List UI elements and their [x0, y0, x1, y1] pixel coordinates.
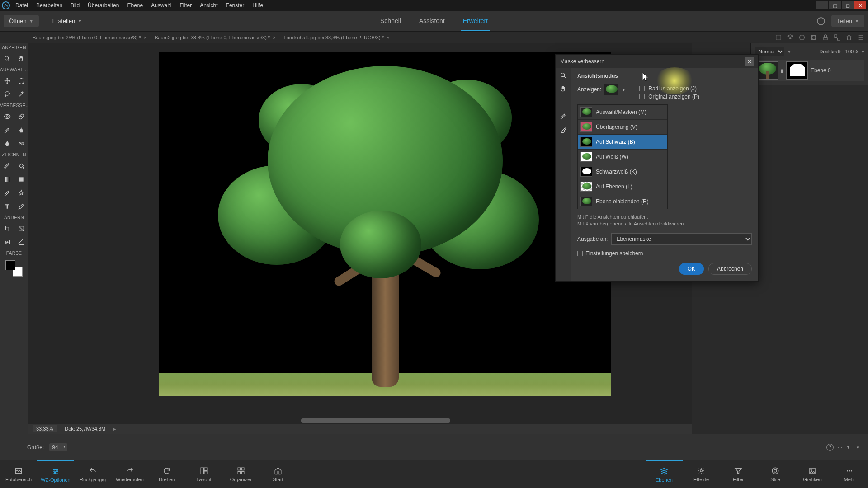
mode-expert[interactable]: Erweitert — [461, 12, 490, 31]
pencil-tool[interactable] — [14, 200, 28, 213]
undo-button[interactable]: Rückgängig — [74, 460, 111, 488]
adjustment-layer-icon[interactable] — [798, 34, 806, 41]
type-tool[interactable] — [0, 200, 14, 213]
redeye-tool[interactable] — [0, 110, 14, 123]
close-icon[interactable]: × — [273, 35, 275, 40]
menu-select[interactable]: Auswahl — [151, 2, 171, 9]
create-button[interactable]: Erstellen▼ — [47, 15, 88, 27]
theme-toggle-icon[interactable] — [817, 17, 825, 25]
effects-panel-button[interactable]: Effekte — [683, 460, 720, 488]
zoom-tool-icon[interactable] — [560, 72, 567, 79]
graphics-panel-button[interactable]: Grafiken — [794, 460, 831, 488]
horizontal-scrollbar[interactable] — [164, 418, 556, 424]
window-minimize-button[interactable]: — — [816, 1, 828, 9]
erase-refinements-tool-icon[interactable] — [560, 126, 567, 133]
layer-thumbnail[interactable] — [756, 61, 778, 80]
layer-row[interactable]: ▮ Ebene 0 — [755, 60, 864, 81]
sponge-tool[interactable] — [14, 137, 28, 150]
view-option-reveal-layer[interactable]: Ebene einblenden (R) — [578, 194, 667, 209]
move-tool[interactable] — [0, 74, 14, 88]
dialog-titlebar[interactable]: Maske verbessern ✕ — [556, 55, 758, 68]
close-icon[interactable]: × — [387, 35, 389, 40]
content-aware-move-tool[interactable] — [0, 235, 14, 249]
mask-icon[interactable] — [810, 34, 817, 41]
zoom-level[interactable]: 33,33% — [33, 425, 57, 432]
panel-menu-icon[interactable] — [857, 34, 864, 41]
new-layer-icon[interactable] — [775, 34, 782, 41]
tool-options-button[interactable]: WZ-Optionen — [37, 460, 74, 488]
view-option-black-white[interactable]: Schwarzweiß (K) — [578, 164, 667, 179]
menu-filter[interactable]: Filter — [180, 2, 192, 9]
layout-button[interactable]: Layout — [185, 460, 222, 488]
hand-tool-icon[interactable] — [560, 85, 567, 93]
close-icon[interactable]: × — [144, 35, 146, 40]
photo-bin-button[interactable]: Fotobereich — [0, 460, 37, 488]
layer-mask-thumbnail[interactable] — [786, 61, 808, 80]
doc-tab[interactable]: Landschaft.jpg bei 33,3% (Ebene 2, RGB/8… — [280, 33, 393, 42]
mode-quick[interactable]: Schnell — [378, 12, 403, 31]
menu-image[interactable]: Bild — [71, 2, 80, 9]
menu-layer[interactable]: Ebene — [127, 2, 143, 9]
redo-button[interactable]: Wiederholen — [111, 460, 148, 488]
custom-shape-tool[interactable] — [14, 186, 28, 200]
blend-mode-select[interactable]: Normal — [755, 47, 784, 56]
view-option-on-layers[interactable]: Auf Ebenen (L) — [578, 179, 667, 194]
ok-button[interactable]: OK — [679, 263, 704, 275]
menu-help[interactable]: Hilfe — [252, 2, 263, 9]
menu-edit[interactable]: Bearbeiten — [36, 2, 62, 9]
view-option-overlay[interactable]: Überlagerung (V) — [578, 120, 667, 135]
window-restore-button[interactable]: ▢ — [829, 1, 841, 9]
smart-brush-tool[interactable] — [0, 123, 14, 137]
hand-tool[interactable] — [14, 52, 28, 66]
trash-icon[interactable] — [845, 34, 853, 41]
crop-tool[interactable] — [0, 222, 14, 235]
brush-tool[interactable] — [0, 159, 14, 173]
opacity-value[interactable]: 100% — [845, 49, 858, 54]
window-maximize-button[interactable]: ◻ — [842, 1, 854, 9]
dialog-close-button[interactable]: ✕ — [745, 57, 754, 66]
window-close-button[interactable]: ✕ — [854, 1, 866, 9]
organizer-button[interactable]: Organizer — [222, 460, 259, 488]
collapse-icon[interactable]: ▾ — [857, 445, 859, 450]
size-dropdown[interactable]: 94 — [49, 443, 67, 451]
recompose-tool[interactable] — [14, 222, 28, 235]
chevron-down-icon[interactable]: ▼ — [846, 445, 850, 450]
remember-settings-checkbox[interactable] — [577, 251, 583, 256]
filters-panel-button[interactable]: Filter — [720, 460, 757, 488]
layers-panel-button[interactable]: Ebenen — [646, 460, 683, 488]
lasso-tool[interactable] — [0, 88, 14, 101]
chevron-down-icon[interactable]: ▼ — [621, 87, 626, 92]
help-icon[interactable]: ? — [826, 444, 834, 451]
view-option-on-black[interactable]: Auf Schwarz (B) — [578, 135, 667, 150]
menu-enhance[interactable]: Überarbeiten — [88, 2, 119, 9]
cancel-button[interactable]: Abbrechen — [708, 263, 752, 275]
mode-guided[interactable]: Assistent — [417, 12, 447, 31]
lock-icon[interactable] — [822, 34, 829, 41]
show-original-checkbox[interactable] — [639, 94, 645, 99]
view-option-on-white[interactable]: Auf Weiß (W) — [578, 150, 667, 164]
scrollbar-thumb[interactable] — [301, 418, 450, 423]
clone-stamp-tool[interactable] — [14, 123, 28, 137]
open-button[interactable]: Öffnen▼ — [4, 15, 39, 27]
gradient-tool[interactable] — [0, 173, 14, 186]
color-swatches[interactable] — [5, 260, 23, 277]
view-option-marching-ants[interactable]: Auswahl/Masken (M) — [578, 105, 667, 120]
eyedropper-tool[interactable] — [0, 186, 14, 200]
doc-tab[interactable]: Baum.jpeg bei 25% (Ebene 0, Ebenenmaske/… — [29, 33, 150, 42]
link-icon[interactable]: ▮ — [781, 68, 783, 73]
shape-tool[interactable] — [14, 173, 28, 186]
share-button[interactable]: Teilen▼ — [831, 15, 864, 27]
menu-file[interactable]: Datei — [15, 2, 28, 9]
document-canvas[interactable] — [159, 52, 611, 396]
options-menu-icon[interactable]: ⋯ — [837, 444, 843, 450]
menu-window[interactable]: Fenster — [226, 2, 245, 9]
rotate-button[interactable]: Drehen — [148, 460, 185, 488]
show-radius-checkbox[interactable] — [639, 86, 645, 91]
marquee-tool[interactable] — [14, 74, 28, 88]
foreground-color[interactable] — [5, 260, 15, 270]
paint-bucket-tool[interactable] — [14, 159, 28, 173]
more-panel-button[interactable]: Mehr — [831, 460, 868, 488]
magic-wand-tool[interactable] — [14, 88, 28, 101]
view-preview-swatch[interactable] — [604, 84, 618, 95]
layer-name[interactable]: Ebene 0 — [811, 67, 831, 74]
